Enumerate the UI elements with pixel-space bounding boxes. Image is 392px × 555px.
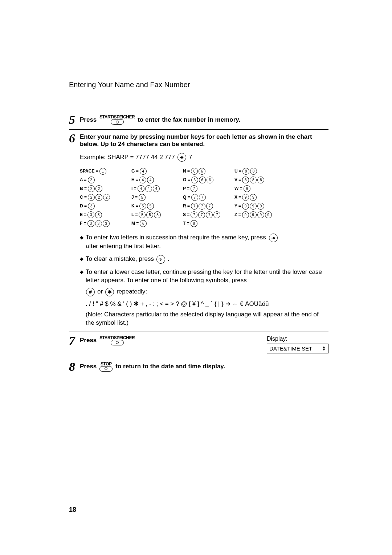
chart-cell: W =9 [234, 184, 286, 193]
star-key-icon: ✱ [105, 288, 114, 296]
chart-cell: D =3 [80, 202, 131, 210]
chart-cell: H =44 [131, 175, 183, 184]
step-8: 8 Press STOP to return to the date and t… [69, 358, 328, 376]
number-key-icon: 2 [95, 185, 102, 192]
display-box: DATE&TIME SET ▲▼ [267, 344, 328, 353]
number-key-icon: 8 [242, 168, 249, 175]
arrow-right-icon [177, 153, 186, 162]
number-key-icon: 7 [191, 211, 197, 218]
number-key-icon: 9 [242, 211, 249, 218]
chart-column: G =4H =44I =444J =5K =55L =555M =6 [131, 167, 183, 228]
chart-label: X = [234, 195, 241, 200]
number-key-icon: 3 [88, 203, 95, 210]
chart-cell: V =888 [234, 175, 286, 184]
chart-label: W = [234, 186, 242, 191]
step5-press: Press [80, 116, 97, 123]
number-key-icon: 9 [257, 203, 264, 210]
display-value: DATE&TIME SET [269, 345, 312, 352]
number-key-icon: 2 [103, 194, 110, 201]
number-key-icon: 2 [88, 185, 95, 192]
chart-label: Z = [234, 212, 241, 217]
number-key-icon: 6 [140, 220, 147, 227]
number-key-icon: 9 [250, 211, 257, 218]
number-key-icon: 5 [139, 211, 146, 218]
step-number: 6 [69, 133, 80, 143]
step-6: 6 Enter your name by pressing number key… [69, 129, 328, 332]
chart-cell: X =99 [234, 193, 286, 202]
number-key-icon: 4 [147, 177, 154, 183]
chart-label: G = [131, 169, 139, 174]
number-key-icon: 5 [154, 211, 161, 218]
chart-label: L = [131, 212, 138, 217]
number-key-icon: 4 [153, 185, 160, 192]
step6-example-prefix: Example: SHARP = 7777 44 2 777 [80, 154, 175, 161]
number-key-icon: 3 [95, 220, 102, 227]
number-key-icon: 3 [87, 211, 94, 218]
chart-cell: F =333 [80, 219, 131, 228]
chart-label: T = [183, 221, 189, 226]
chart-cell: SPACE =1 [80, 167, 131, 175]
chart-label: I = [131, 186, 136, 191]
number-key-icon: 7 [206, 203, 213, 210]
chart-column: U =88V =888W =9X =99Y =999Z =9999 [234, 167, 286, 228]
number-key-icon: 1 [99, 168, 106, 175]
number-key-icon: 9 [242, 194, 249, 201]
display-label: Display: [267, 336, 328, 342]
chart-label: A = [80, 177, 87, 182]
step6-head: Enter your name by pressing number keys … [80, 133, 312, 147]
chart-label: Y = [234, 203, 241, 208]
number-key-icon: 6 [199, 177, 206, 183]
number-key-icon: 9 [250, 203, 257, 210]
chart-cell: E =33 [80, 210, 131, 219]
chart-label: P = [183, 186, 189, 191]
chart-cell: A =2 [80, 175, 131, 184]
number-key-icon: 5 [146, 211, 153, 218]
chart-label: J = [131, 195, 138, 200]
step5-after: to enter the fax number in memory. [138, 116, 240, 123]
step8-press: Press [80, 363, 97, 370]
start-speicher-button-icon: START/SPEICHER [99, 115, 135, 125]
number-key-icon: 2 [88, 194, 95, 201]
number-key-icon: 5 [147, 203, 154, 210]
number-key-icon: 6 [191, 177, 198, 183]
number-key-icon: 7 [199, 194, 206, 201]
step8-after: to return to the date and time display. [115, 363, 225, 370]
number-key-icon: 6 [199, 168, 205, 175]
chart-label: V = [234, 177, 241, 182]
chart-cell: M =6 [131, 219, 183, 228]
number-key-icon: 9 [242, 203, 249, 210]
number-key-icon: 7 [191, 203, 198, 210]
number-key-icon: 9 [265, 211, 272, 218]
number-key-icon: 3 [95, 211, 102, 218]
chart-label: H = [131, 177, 138, 182]
chart-label: O = [183, 177, 190, 182]
bullet-2: ◆ To clear a mistake, press . [80, 255, 328, 264]
chart-label: M = [131, 221, 139, 226]
number-key-icon: 8 [242, 177, 249, 183]
step-7: 7 Press START/SPEICHER Display: DATE&TIM… [69, 332, 328, 358]
start-speicher-button-icon: START/SPEICHER [99, 336, 135, 345]
chart-cell: N =66 [183, 167, 234, 175]
number-key-icon: 4 [138, 185, 144, 192]
number-key-icon: 8 [250, 168, 257, 175]
chart-label: S = [183, 212, 189, 217]
page-title: Entering Your Name and Fax Number [69, 81, 328, 89]
step6-example-suffix: 7 [189, 154, 192, 161]
chart-label: N = [183, 169, 190, 174]
speaker-icon [156, 255, 165, 264]
chart-label: B = [80, 186, 87, 191]
number-key-icon: 4 [140, 168, 147, 175]
symbol-note: (Note: Characters particular to the sele… [86, 311, 328, 327]
step-5: 5 Press START/SPEICHER to enter the fax … [69, 111, 328, 129]
chart-label: Q = [183, 195, 190, 200]
chart-label: E = [80, 212, 86, 217]
chart-cell: K =55 [131, 202, 183, 210]
number-key-icon: 8 [257, 177, 264, 183]
chart-cell: G =4 [131, 167, 183, 175]
chart-column: N =66O =666P =7Q =77R =777S =7777T =8 [183, 167, 234, 228]
chart-label: C = [80, 195, 87, 200]
chart-cell: Q =77 [183, 193, 234, 202]
number-key-icon: 5 [139, 203, 146, 210]
chart-cell: S =7777 [183, 210, 234, 219]
number-key-icon: 9 [250, 194, 257, 201]
